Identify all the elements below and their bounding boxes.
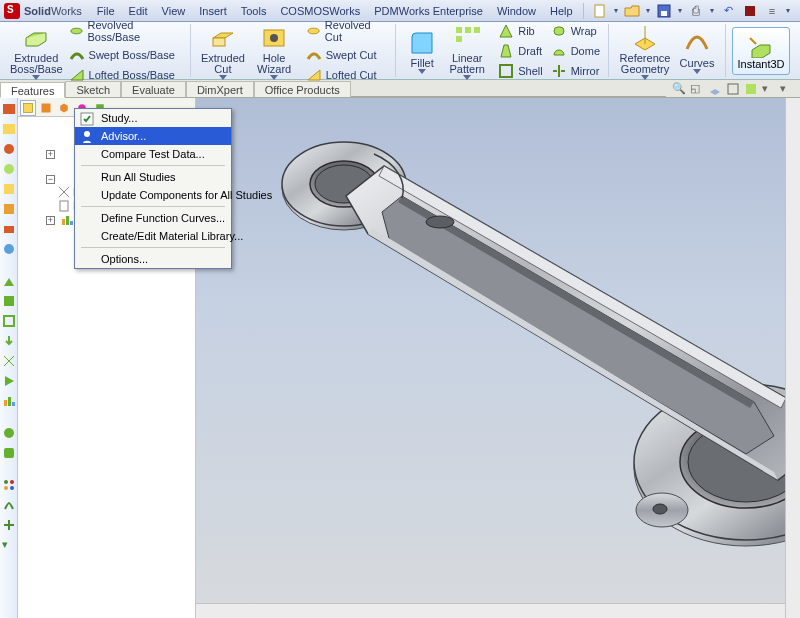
swept-cut-button[interactable]: Swept Cut bbox=[304, 46, 389, 64]
extruded-boss-button[interactable]: Extruded Boss/Base bbox=[10, 22, 63, 80]
sim-fixture-icon[interactable] bbox=[2, 314, 16, 328]
selfilter3-icon[interactable] bbox=[2, 518, 16, 532]
dome-button[interactable]: Dome bbox=[549, 42, 602, 60]
resources-icon[interactable] bbox=[2, 202, 16, 216]
quick-access-toolbar: ▾ ▾ ▾ ⎙▾ ↶ ≡▾ bbox=[583, 3, 796, 19]
fillet-button[interactable]: Fillet bbox=[402, 27, 442, 74]
sim-study-icon[interactable] bbox=[2, 274, 16, 288]
undo-icon[interactable]: ↶ bbox=[720, 3, 736, 19]
ctx-library[interactable]: Create/Edit Material Library... bbox=[75, 227, 231, 245]
selfilter4-icon[interactable]: ▾ bbox=[2, 538, 16, 552]
custom-props-icon[interactable] bbox=[2, 182, 16, 196]
rebuild-icon[interactable] bbox=[742, 3, 758, 19]
svg-point-34 bbox=[4, 486, 8, 490]
svg-rect-2 bbox=[661, 11, 667, 16]
revolved-cut-button[interactable]: Revolved Cut bbox=[304, 18, 389, 44]
svg-rect-36 bbox=[24, 104, 33, 113]
view-palette-icon[interactable] bbox=[2, 142, 16, 156]
svg-point-53 bbox=[653, 504, 667, 514]
green1-icon[interactable] bbox=[2, 426, 16, 440]
property-manager-tab-icon[interactable] bbox=[38, 100, 54, 116]
svg-rect-14 bbox=[554, 27, 564, 35]
svg-rect-41 bbox=[62, 219, 65, 225]
save-icon[interactable] bbox=[656, 3, 672, 19]
draft-icon bbox=[498, 43, 514, 59]
zoom-fit-icon[interactable]: 🔍 bbox=[672, 82, 686, 96]
tab-dimxpert[interactable]: DimXpert bbox=[186, 81, 254, 97]
swept-cut-icon bbox=[306, 47, 322, 63]
tab-features[interactable]: Features bbox=[0, 82, 65, 98]
swept-boss-button[interactable]: Swept Boss/Base bbox=[67, 46, 185, 64]
hide-show-icon[interactable]: ▾ bbox=[762, 82, 776, 96]
svg-rect-43 bbox=[70, 221, 73, 225]
ctx-update[interactable]: Update Components for All Studies bbox=[75, 186, 231, 204]
feature-tree-tab-icon[interactable] bbox=[20, 100, 36, 116]
3dcc-icon[interactable] bbox=[2, 242, 16, 256]
revolved-boss-button[interactable]: Revolved Boss/Base bbox=[67, 18, 185, 44]
sim-load-icon[interactable] bbox=[2, 334, 16, 348]
linear-pattern-button[interactable]: Linear Pattern bbox=[442, 22, 492, 80]
curves-button[interactable]: Curves bbox=[675, 27, 719, 74]
configuration-manager-tab-icon[interactable] bbox=[56, 100, 72, 116]
selfilter1-icon[interactable] bbox=[2, 478, 16, 492]
horizontal-scrollbar[interactable] bbox=[196, 603, 785, 618]
graphics-viewport[interactable] bbox=[196, 98, 800, 618]
zoom-area-icon[interactable]: ◱ bbox=[690, 82, 704, 96]
options-icon[interactable]: ≡ bbox=[764, 3, 780, 19]
menu-tools[interactable]: Tools bbox=[234, 2, 274, 20]
tab-office[interactable]: Office Products bbox=[254, 81, 351, 97]
green2-icon[interactable] bbox=[2, 446, 16, 460]
wrap-button[interactable]: Wrap bbox=[549, 22, 602, 40]
draft-button[interactable]: Draft bbox=[496, 42, 544, 60]
svg-rect-19 bbox=[3, 124, 15, 134]
svg-point-35 bbox=[10, 486, 14, 490]
svg-point-8 bbox=[308, 28, 319, 34]
section-view-icon[interactable] bbox=[744, 82, 758, 96]
study-icon bbox=[79, 111, 95, 127]
sim-run-icon[interactable] bbox=[2, 374, 16, 388]
rib-button[interactable]: Rib bbox=[496, 22, 544, 40]
extruded-cut-button[interactable]: Extruded Cut bbox=[197, 22, 248, 80]
tab-evaluate[interactable]: Evaluate bbox=[121, 81, 186, 97]
sim-results-icon[interactable] bbox=[2, 394, 16, 408]
extruded-cut-icon bbox=[209, 24, 237, 52]
svg-point-58 bbox=[426, 216, 454, 228]
selfilter2-icon[interactable] bbox=[2, 498, 16, 512]
sim-material-icon[interactable] bbox=[2, 294, 16, 308]
ctx-study[interactable]: Study... bbox=[75, 109, 231, 127]
open-document-icon[interactable] bbox=[624, 3, 640, 19]
display-style-icon[interactable] bbox=[726, 82, 740, 96]
view-orientation-icon[interactable] bbox=[708, 82, 722, 96]
shell-button[interactable]: Shell bbox=[496, 62, 544, 80]
hole-wizard-button[interactable]: Hole Wizard bbox=[249, 22, 300, 80]
ctx-curves[interactable]: Define Function Curves... bbox=[75, 209, 231, 227]
svg-rect-18 bbox=[3, 104, 15, 114]
menu-window[interactable]: Window bbox=[490, 2, 543, 20]
menu-help[interactable]: Help bbox=[543, 2, 580, 20]
context-menu: Study... Advisor... Compare Test Data...… bbox=[74, 108, 232, 269]
svg-point-20 bbox=[4, 144, 14, 154]
svg-point-4 bbox=[70, 28, 81, 34]
vertical-scrollbar[interactable] bbox=[785, 98, 800, 618]
ref-geometry-button[interactable]: Reference Geometry bbox=[615, 22, 675, 80]
appearance-icon[interactable]: ▾ bbox=[780, 82, 794, 96]
toolbox-icon[interactable] bbox=[2, 222, 16, 236]
tab-sketch[interactable]: Sketch bbox=[65, 81, 121, 97]
ctx-compare[interactable]: Compare Test Data... bbox=[75, 145, 231, 163]
ctx-run-all[interactable]: Run All Studies bbox=[75, 168, 231, 186]
file-explorer-icon[interactable] bbox=[2, 122, 16, 136]
print-icon[interactable]: ⎙ bbox=[688, 3, 704, 19]
new-document-icon[interactable] bbox=[592, 3, 608, 19]
instant3d-button[interactable]: Instant3D bbox=[732, 27, 790, 75]
rib-icon bbox=[498, 23, 514, 39]
appearances-icon[interactable] bbox=[2, 162, 16, 176]
menu-insert[interactable]: Insert bbox=[192, 2, 234, 20]
svg-point-45 bbox=[84, 131, 90, 137]
design-library-icon[interactable] bbox=[2, 102, 16, 116]
mirror-button[interactable]: Mirror bbox=[549, 62, 602, 80]
connecting-rod-model bbox=[226, 118, 800, 598]
sim-mesh-icon[interactable] bbox=[2, 354, 16, 368]
ctx-advisor[interactable]: Advisor... bbox=[75, 127, 231, 145]
ctx-options[interactable]: Options... bbox=[75, 250, 231, 268]
ribbon: Extruded Boss/Base Revolved Boss/Base Sw… bbox=[0, 22, 800, 80]
